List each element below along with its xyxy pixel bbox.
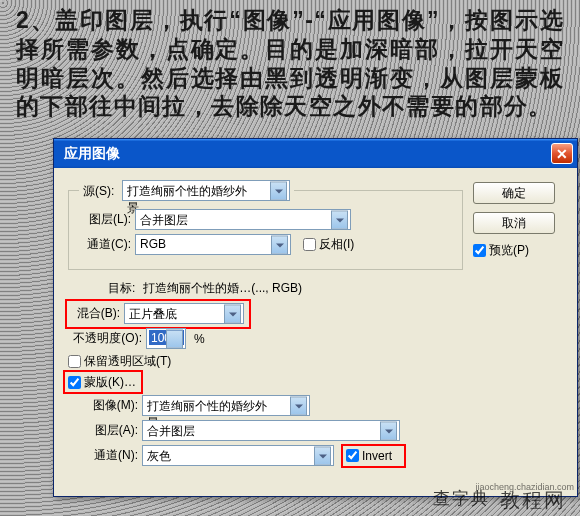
title-bar: 应用图像 ✕ xyxy=(54,139,577,168)
preview-checkbox[interactable] xyxy=(473,244,486,257)
opacity-label: 不透明度(O): xyxy=(68,330,142,347)
preserve-transparency-checkbox[interactable] xyxy=(68,355,81,368)
instruction-text: 2、盖印图层，执行“图像”-“应用图像”，按图示选择所需参数，点确定。目的是加深… xyxy=(0,0,580,121)
opacity-input[interactable] xyxy=(146,328,186,349)
mask-label: 蒙版(K)… xyxy=(84,374,136,391)
image-label: 图像(M): xyxy=(86,397,138,414)
source-legend: 源(S): 打造绚丽个性的婚纱外景… xyxy=(79,180,294,201)
source-group: 源(S): 打造绚丽个性的婚纱外景… 图层(L): 合并图层 xyxy=(68,180,463,270)
target-label: 目标: xyxy=(108,280,135,297)
blend-select[interactable] xyxy=(124,303,244,324)
apply-image-dialog: 应用图像 ✕ 源(S): 打造绚丽个性的婚纱外景… 图层(L): xyxy=(53,138,578,497)
mask-channel-label: 通道(N): xyxy=(86,447,138,464)
right-column: 确定 取消 预览(P) xyxy=(473,180,563,470)
invert-label: 反相(I) xyxy=(319,236,354,253)
image-select[interactable] xyxy=(142,395,310,416)
source-select[interactable] xyxy=(122,180,290,201)
mask-checkbox[interactable] xyxy=(68,376,81,389)
close-icon: ✕ xyxy=(556,146,568,162)
dialog-body: 源(S): 打造绚丽个性的婚纱外景… 图层(L): 合并图层 xyxy=(54,168,577,496)
mask-layer-label: 图层(A): xyxy=(86,422,138,439)
invert2-label: Invert xyxy=(362,449,392,463)
channel-select[interactable] xyxy=(135,234,291,255)
channel-label: 通道(C): xyxy=(79,236,131,253)
left-column: 源(S): 打造绚丽个性的婚纱外景… 图层(L): 合并图层 xyxy=(68,180,473,470)
invert2-checkbox[interactable] xyxy=(346,449,359,462)
cancel-button[interactable]: 取消 xyxy=(473,212,555,234)
preview-label: 预览(P) xyxy=(489,242,529,259)
opacity-unit: % xyxy=(194,332,205,346)
close-button[interactable]: ✕ xyxy=(551,143,573,164)
target-value: 打造绚丽个性的婚…(..., RGB) xyxy=(143,280,302,297)
mask-channel-select[interactable] xyxy=(142,445,334,466)
preserve-transparency-label: 保留透明区域(T) xyxy=(84,353,171,370)
layer-label: 图层(L): xyxy=(79,211,131,228)
watermark-url: jiaocheng.chazidian.com xyxy=(475,482,574,492)
dialog-title: 应用图像 xyxy=(64,145,551,163)
blend-label: 混合(B): xyxy=(68,305,120,322)
invert-checkbox[interactable] xyxy=(303,238,316,251)
mask-layer-select[interactable] xyxy=(142,420,400,441)
ok-button[interactable]: 确定 xyxy=(473,182,555,204)
layer-select[interactable] xyxy=(135,209,351,230)
